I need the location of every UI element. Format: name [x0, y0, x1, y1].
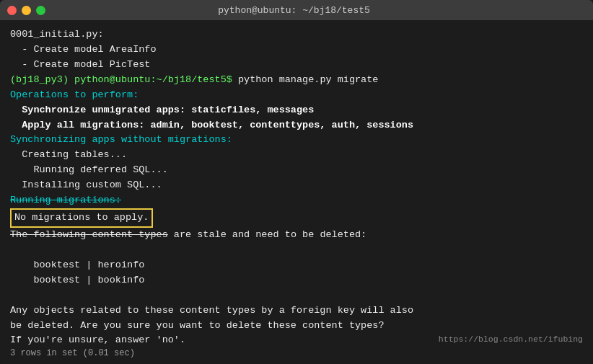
window-buttons [7, 6, 45, 15]
bottom-row: 3 rows in set (0.01 sec) [10, 348, 135, 358]
line-12: Running migrations: [10, 193, 583, 208]
line-15 [10, 243, 583, 258]
line-10: Running deferred SQL... [10, 163, 583, 178]
line-11: Installing custom SQL... [10, 178, 583, 193]
line-16: booktest | heroinfo [10, 258, 583, 273]
line-1: 0001_initial.py: [10, 27, 583, 43]
line-5: Operations to perform: [10, 88, 583, 103]
line-17: booktest | bookinfo [10, 273, 583, 288]
watermark: https://blog.csdn.net/ifubing [439, 334, 583, 344]
terminal-body[interactable]: 0001_initial.py: - Create model AreaInfo… [0, 20, 593, 364]
minimize-button[interactable] [22, 6, 31, 15]
terminal-window: python@ubuntu: ~/bj18/test5 0001_initial… [0, 0, 593, 364]
line-3: - Create model PicTest [10, 58, 583, 73]
close-button[interactable] [7, 6, 17, 15]
title-bar: python@ubuntu: ~/bj18/test5 [0, 0, 593, 20]
window-title: python@ubuntu: ~/bj18/test5 [218, 5, 370, 16]
line-19: Any objects related to these content typ… [10, 303, 583, 319]
line-2: - Create model AreaInfo [10, 43, 583, 58]
line-8: Synchronizing apps without migrations: [10, 133, 583, 148]
maximize-button[interactable] [36, 6, 45, 15]
line-9: Creating tables... [10, 148, 583, 163]
line-13: No migrations to apply. [10, 208, 583, 228]
line-6: Synchronize unmigrated apps: staticfiles… [10, 103, 583, 118]
line-14: The following content types are stale an… [10, 228, 583, 243]
line-4: (bj18_py3) python@ubuntu:~/bj18/test5$ p… [10, 73, 583, 88]
line-7: Apply all migrations: admin, booktest, c… [10, 118, 583, 133]
line-20: be deleted. Are you sure you want to del… [10, 319, 583, 334]
line-18 [10, 288, 583, 303]
